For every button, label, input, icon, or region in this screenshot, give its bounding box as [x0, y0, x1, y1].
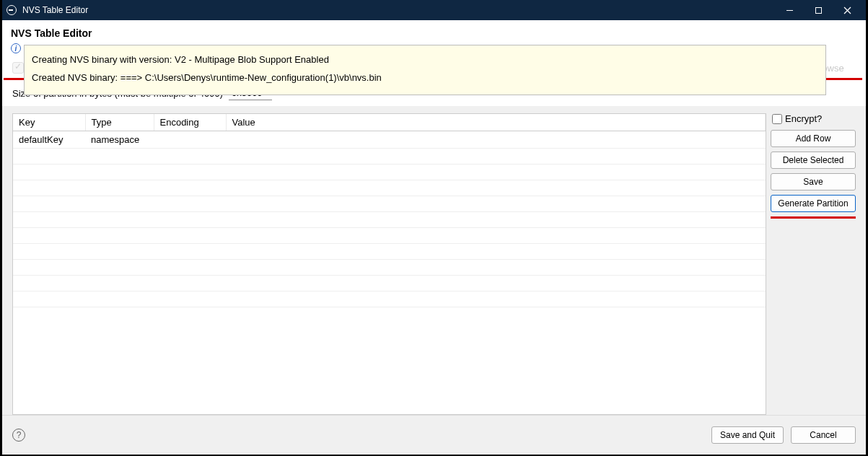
- table-row-empty: [13, 149, 766, 165]
- close-button[interactable]: [833, 0, 862, 20]
- status-line-2: Created NVS binary: ===> C:\Users\Denys\…: [32, 71, 818, 86]
- table-row-empty: [13, 276, 766, 291]
- table-row-empty: [13, 180, 766, 196]
- table-row[interactable]: defaultKey namespace: [13, 131, 766, 149]
- status-tooltip: Creating NVS binary with version: V2 - M…: [24, 45, 826, 95]
- highlight-line-generate: [771, 216, 856, 219]
- side-buttons: Encrypt? Add Row Delete Selected Save Ge…: [771, 113, 856, 415]
- minimize-button[interactable]: [775, 0, 804, 20]
- table-row-empty: [13, 260, 766, 276]
- window-title: NVS Table Editor: [22, 5, 775, 15]
- delete-selected-button[interactable]: Delete Selected: [771, 152, 856, 169]
- table-row-empty: [13, 212, 766, 228]
- save-button[interactable]: Save: [771, 173, 856, 190]
- table-row-empty: [13, 244, 766, 260]
- main-area: Key Type Encoding Value defaultKey names…: [2, 106, 866, 415]
- table-row-empty: [13, 165, 766, 180]
- info-icon: i: [11, 43, 21, 53]
- col-value[interactable]: Value: [226, 114, 766, 131]
- nvs-editor-window: NVS Table Editor NVS Table Editor i Path…: [2, 0, 866, 455]
- footer: ? Save and Quit Cancel: [2, 415, 866, 455]
- cell-value[interactable]: [226, 131, 766, 149]
- cell-key[interactable]: defaultKey: [13, 131, 85, 149]
- help-icon[interactable]: ?: [12, 429, 25, 442]
- svg-rect-1: [815, 7, 821, 13]
- col-key[interactable]: Key: [13, 114, 85, 131]
- cell-type[interactable]: namespace: [85, 131, 154, 149]
- encryption-checkbox[interactable]: [12, 62, 24, 74]
- encrypt-label: Encrypt?: [785, 113, 822, 124]
- add-row-button[interactable]: Add Row: [771, 130, 856, 147]
- maximize-button[interactable]: [804, 0, 833, 20]
- status-line-1: Creating NVS binary with version: V2 - M…: [32, 53, 818, 68]
- table-row-empty: [13, 291, 766, 307]
- encrypt-checkbox[interactable]: [772, 114, 782, 124]
- cancel-button[interactable]: Cancel: [791, 426, 856, 444]
- col-encoding[interactable]: Encoding: [154, 114, 226, 131]
- save-and-quit-button[interactable]: Save and Quit: [711, 426, 784, 444]
- col-type[interactable]: Type: [85, 114, 154, 131]
- table-header-row: Key Type Encoding Value: [13, 114, 766, 131]
- encrypt-checkbox-row[interactable]: Encrypt?: [771, 113, 856, 126]
- generate-partition-button[interactable]: Generate Partition: [771, 195, 856, 212]
- eclipse-icon: [6, 5, 17, 15]
- titlebar: NVS Table Editor: [2, 0, 866, 20]
- table-row-empty: [13, 196, 766, 212]
- table-row-empty: [13, 228, 766, 244]
- page-title: NVS Table Editor: [2, 20, 866, 42]
- nvs-table: Key Type Encoding Value defaultKey names…: [12, 113, 766, 415]
- cell-encoding[interactable]: [154, 131, 226, 149]
